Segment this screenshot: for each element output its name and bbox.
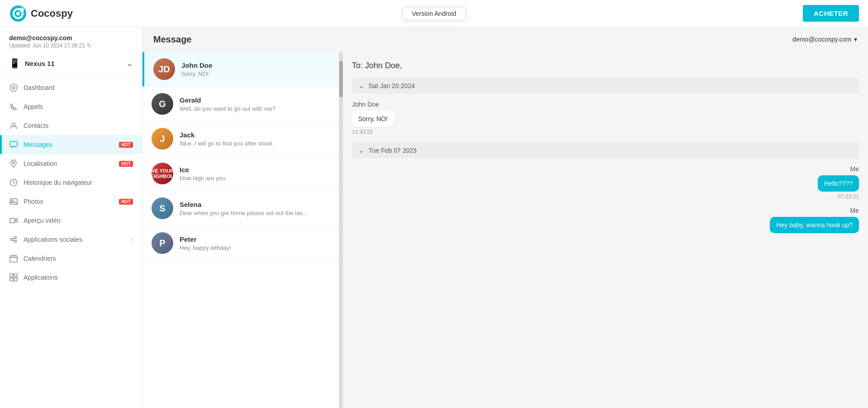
sidebar-item-label: Photos — [24, 198, 112, 205]
contact-item-ice[interactable]: LIVE YOURNEIGHBOUR Ice How high are you — [142, 156, 339, 191]
social-icon — [9, 235, 18, 244]
sidebar-item-label: Localisation — [24, 160, 112, 167]
svg-rect-19 — [10, 278, 13, 281]
sidebar-item-photos[interactable]: Photos HOT — [0, 192, 142, 211]
sidebar: demo@cocospy.com Updated: Jun 10 2024 17… — [0, 27, 142, 408]
contact-item-peter[interactable]: P Peter Hey, happy bithday! — [142, 226, 339, 261]
contact-details: Ice How high are you — [180, 166, 330, 182]
message-sent-1: Me Hello???? 07:23:21 — [352, 165, 859, 200]
device-icon: 📱 — [9, 58, 20, 69]
sidebar-item-label: Messages — [24, 141, 112, 148]
avatar: G — [152, 93, 173, 115]
date-divider-2[interactable]: ⌄ Tue Feb 07 2023 — [352, 142, 859, 158]
sidebar-item-apercu-video[interactable]: Aperçu vidéo — [0, 211, 142, 230]
avatar: LIVE YOURNEIGHBOUR — [152, 163, 173, 184]
sidebar-item-label: Applications — [24, 274, 133, 281]
nav-items: Dashboard Appels Contacts Messages H — [0, 75, 142, 408]
sidebar-header: demo@cocospy.com Updated: Jun 10 2024 17… — [0, 27, 142, 52]
dashboard-icon — [9, 83, 18, 92]
chevron-icon: ⌄ — [358, 146, 364, 155]
contact-name: Jack — [180, 131, 330, 139]
contact-name: John Doe — [181, 61, 330, 69]
avatar: J — [152, 128, 173, 150]
contact-preview: Sorry, NO! — [181, 70, 330, 77]
date-divider-1[interactable]: ⌄ Sat Jan 20 2024 — [352, 78, 859, 94]
sidebar-item-messages[interactable]: Messages HOT — [0, 135, 142, 154]
contact-item-gerald[interactable]: G Gerald Well, do you want to go out wit… — [142, 87, 339, 122]
avatar: JD — [153, 58, 175, 80]
content-header: Message demo@cocospy.com ▾ — [142, 27, 868, 52]
device-name: Nexus 11 — [25, 60, 55, 67]
avatar: P — [152, 232, 173, 254]
contact-item-selena[interactable]: S Selena Dear when you get home please s… — [142, 191, 339, 226]
svg-rect-17 — [10, 274, 13, 277]
message-time: 07:23:21 — [838, 193, 859, 200]
version-badge: Version Android — [402, 7, 465, 20]
sidebar-item-label: Calendriers — [24, 255, 133, 262]
sidebar-item-contacts[interactable]: Contacts — [0, 116, 142, 135]
avatar: S — [152, 197, 173, 219]
message-thread: To: John Doe, ⌄ Sat Jan 20 2024 John Doe… — [343, 52, 868, 408]
user-menu[interactable]: demo@cocospy.com ▾ — [792, 36, 857, 43]
sidebar-email: demo@cocospy.com — [9, 34, 133, 42]
svg-rect-18 — [14, 274, 17, 277]
messages-icon — [9, 140, 18, 149]
phone-icon — [9, 102, 18, 111]
sidebar-item-label: Contacts — [24, 122, 133, 129]
video-icon — [9, 216, 18, 225]
thread-to: To: John Doe, — [352, 61, 859, 70]
hot-badge: HOT — [119, 142, 133, 148]
history-icon — [9, 178, 18, 187]
apps-icon — [9, 273, 18, 282]
message-sender: John Doe — [352, 101, 859, 108]
location-icon — [9, 159, 18, 168]
message-bubble-sent: Hey baby, wanna hook up? — [770, 217, 859, 233]
chevron-icon: ⌄ — [358, 81, 364, 90]
contact-preview: Well, do you want to go out with me? — [180, 105, 330, 112]
sidebar-item-dashboard[interactable]: Dashboard — [0, 78, 142, 97]
message-bubble-sent: Hello???? — [818, 175, 859, 192]
sidebar-item-label: Historique du navigateur — [24, 179, 133, 186]
sidebar-item-historique[interactable]: Historique du navigateur — [0, 173, 142, 192]
sidebar-item-calendriers[interactable]: Calendriers — [0, 249, 142, 268]
contact-name: Gerald — [180, 96, 330, 104]
sidebar-item-label: Dashboard — [24, 84, 133, 91]
list-scrollbar — [339, 52, 343, 408]
contact-item-john[interactable]: JD John Doe Sorry, NO! — [142, 52, 339, 87]
sidebar-item-applications[interactable]: Applications — [0, 268, 142, 287]
me-label: Me — [850, 165, 859, 173]
contact-preview: How high are you — [180, 175, 330, 182]
svg-rect-12 — [10, 218, 15, 223]
contact-details: Jack Nice, I will go to find you after s… — [180, 131, 330, 147]
device-dropdown-icon[interactable]: ⌄ — [126, 58, 133, 68]
sidebar-item-label: Aperçu vidéo — [24, 217, 133, 224]
sidebar-item-applications-sociales[interactable]: Applications sociales › — [0, 230, 142, 249]
contact-list: JD John Doe Sorry, NO! G Gerald Well, do… — [142, 52, 339, 408]
svg-point-15 — [14, 240, 17, 243]
content-area: Message demo@cocospy.com ▾ JD John Doe S… — [142, 27, 868, 408]
hot-badge: HOT — [119, 199, 133, 205]
contact-details: Gerald Well, do you want to go out with … — [180, 96, 330, 112]
message-time: 12:43:25 — [352, 129, 859, 135]
svg-point-2 — [16, 12, 20, 15]
buy-button[interactable]: ACHETER — [803, 5, 859, 22]
contact-details: Peter Hey, happy bithday! — [180, 235, 330, 251]
navbar: Cocospy Version Android ACHETER — [0, 0, 868, 27]
sidebar-item-localisation[interactable]: Localisation HOT — [0, 154, 142, 173]
contact-preview: Hey, happy bithday! — [180, 244, 330, 251]
svg-point-8 — [13, 162, 14, 164]
refresh-icon[interactable]: ↻ — [87, 42, 91, 49]
svg-rect-20 — [14, 278, 17, 281]
main-layout: demo@cocospy.com Updated: Jun 10 2024 17… — [0, 27, 868, 408]
contact-preview: Nice, I will go to find you after shool. — [180, 140, 330, 147]
expand-arrow-icon: › — [131, 236, 133, 243]
svg-rect-16 — [10, 256, 17, 262]
svg-point-3 — [19, 8, 24, 12]
user-menu-chevron-icon: ▾ — [854, 36, 857, 43]
contact-item-jack[interactable]: J Jack Nice, I will go to find you after… — [142, 122, 339, 156]
sidebar-item-appels[interactable]: Appels — [0, 97, 142, 116]
svg-point-4 — [10, 84, 17, 91]
calendar-icon — [9, 254, 18, 263]
logo-text: Cocospy — [31, 8, 73, 19]
me-label: Me — [850, 207, 859, 214]
